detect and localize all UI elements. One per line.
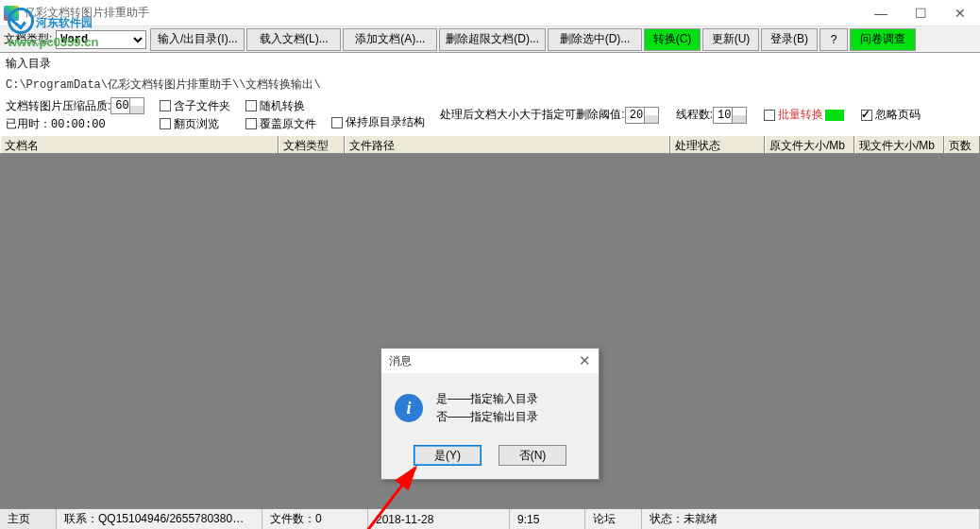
dialog-no-button[interactable]: 否(N)	[498, 445, 566, 466]
threads-label: 线程数:	[676, 107, 713, 123]
message-dialog: 消息 ✕ i 是——指定输入目录 否——指定输出目录 是(Y) 否(N)	[380, 348, 600, 480]
col-pages[interactable]: 页数	[944, 136, 980, 153]
input-dir-label: 输入目录	[0, 53, 980, 75]
dialog-text: 是——指定输入目录 否——指定输出目录	[436, 390, 538, 426]
close-button[interactable]: ✕	[940, 1, 980, 26]
status-contact: 联系：QQ15104946/2655780380…	[57, 509, 262, 529]
status-time: 9:15	[510, 509, 585, 529]
table-header: 文档名 文档类型 文件路径 处理状态 原文件大小/Mb 现文件大小/Mb 页数	[0, 135, 980, 154]
ignore-pagenum-checkbox[interactable]	[861, 110, 872, 121]
limit-label: 处理后文档大小大于指定可删除阈值:	[440, 107, 624, 123]
info-icon: i	[395, 394, 423, 422]
maximize-button[interactable]: ☐	[901, 1, 940, 26]
batch-checkbox[interactable]	[764, 110, 775, 121]
del-overlimit-button[interactable]: 删除超限文档(D)...	[439, 28, 546, 51]
main-toolbar: 文档类型: Word 输入/出目录(I)... 载入文档(L)... 添加文档(…	[0, 26, 980, 53]
keep-struct-checkbox[interactable]	[331, 117, 343, 128]
status-filecount: 文件数：0	[262, 509, 368, 529]
app-icon	[4, 6, 19, 21]
quality-label: 文档转图片压缩品质:	[6, 98, 110, 114]
elapsed-label: 已用时：	[6, 116, 51, 132]
options-row: 文档转图片压缩品质: 60 已用时： 00:00:00 含子文件夹 翻页浏览 随…	[0, 94, 980, 135]
dialog-yes-button[interactable]: 是(Y)	[414, 445, 482, 466]
doc-type-select[interactable]: Word	[56, 30, 146, 49]
del-selected-button[interactable]: 删除选中(D)...	[548, 28, 642, 51]
quality-spinner[interactable]: 60	[110, 97, 144, 114]
status-date: 2018-11-28	[368, 509, 510, 529]
convert-button[interactable]: 转换(C)	[644, 28, 701, 51]
load-doc-button[interactable]: 载入文档(L)...	[246, 28, 341, 51]
col-origsize[interactable]: 原文件大小/Mb	[765, 136, 854, 153]
dialog-title: 消息	[389, 353, 412, 369]
input-dir-path: C:\ProgramData\亿彩文档转图片排重助手\\文档转换输出\	[0, 75, 980, 94]
doc-type-label: 文档类型:	[4, 31, 52, 47]
include-sub-checkbox[interactable]	[160, 100, 171, 111]
col-path[interactable]: 文件路径	[345, 136, 670, 153]
file-list-area: 消息 ✕ i 是——指定输入目录 否——指定输出目录 是(Y) 否(N)	[0, 154, 980, 508]
login-button[interactable]: 登录(B)	[761, 28, 818, 51]
limit-spinner[interactable]: 20	[625, 107, 659, 124]
minimize-button[interactable]: —	[861, 1, 901, 26]
flip-preview-checkbox[interactable]	[160, 118, 171, 129]
status-forum[interactable]: 论坛	[585, 509, 642, 529]
io-dir-button[interactable]: 输入/出目录(I)...	[150, 28, 245, 51]
overwrite-checkbox[interactable]	[245, 118, 257, 129]
col-status[interactable]: 处理状态	[670, 136, 765, 153]
col-newsize[interactable]: 现文件大小/Mb	[854, 136, 944, 153]
help-button[interactable]: ?	[819, 28, 848, 51]
status-state: 状态：未就绪	[642, 509, 980, 529]
survey-button[interactable]: 问卷调查	[850, 28, 916, 51]
status-homepage[interactable]: 主页	[0, 509, 57, 529]
window-title: 亿彩文档转图片排重助手	[25, 5, 861, 21]
col-filename[interactable]: 文档名	[0, 136, 279, 153]
threads-spinner[interactable]: 10	[713, 107, 747, 124]
dialog-close-icon[interactable]: ✕	[579, 352, 591, 369]
window-titlebar: 亿彩文档转图片排重助手 — ☐ ✕	[0, 0, 980, 26]
random-convert-checkbox[interactable]	[245, 100, 257, 111]
elapsed-value: 00:00:00	[51, 118, 106, 131]
col-doctype[interactable]: 文档类型	[279, 136, 345, 153]
update-button[interactable]: 更新(U)	[702, 28, 759, 51]
add-doc-button[interactable]: 添加文档(A)...	[343, 28, 437, 51]
status-bar: 主页 联系：QQ15104946/2655780380… 文件数：0 2018-…	[0, 508, 980, 529]
